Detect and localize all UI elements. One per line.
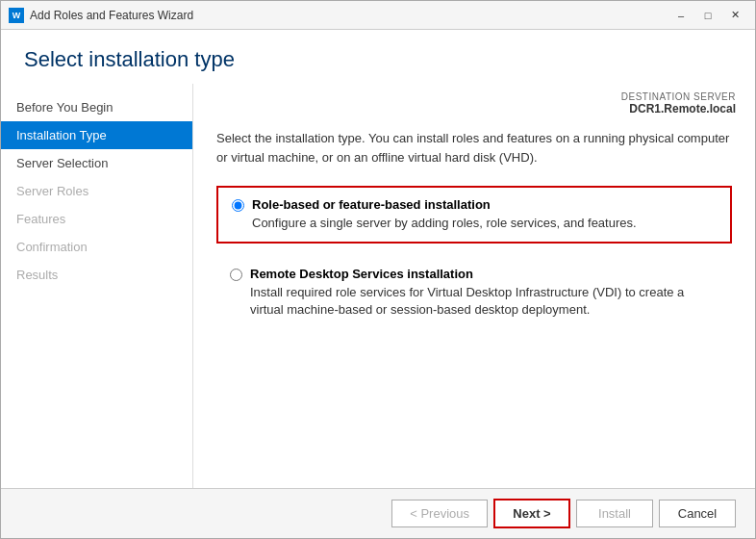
minimize-button[interactable]: – xyxy=(668,6,693,25)
description-text: Select the installation type. You can in… xyxy=(216,129,732,167)
role-based-option-box: Role-based or feature-based installation… xyxy=(216,186,732,244)
footer: < Previous Next > Install Cancel xyxy=(1,488,755,538)
sidebar-item-before-you-begin[interactable]: Before You Begin xyxy=(1,93,192,121)
destination-server-label: DESTINATION SERVER xyxy=(213,91,736,102)
title-bar: W Add Roles and Features Wizard – □ ✕ xyxy=(1,1,755,30)
destination-server-info: DESTINATION SERVER DCR1.Remote.local xyxy=(193,84,755,119)
remote-desktop-option-row: Remote Desktop Services installation Ins… xyxy=(230,267,718,319)
sidebar-item-server-roles: Server Roles xyxy=(1,177,192,205)
main-layout: Before You Begin Installation Type Serve… xyxy=(1,84,755,488)
page-title: Select installation type xyxy=(24,47,732,72)
role-based-option-row: Role-based or feature-based installation… xyxy=(232,197,717,232)
remote-desktop-label[interactable]: Remote Desktop Services installation xyxy=(250,267,473,281)
remote-desktop-option-box: Remote Desktop Services installation Ins… xyxy=(216,257,732,328)
cancel-button[interactable]: Cancel xyxy=(659,500,736,527)
server-name: DCR1.Remote.local xyxy=(629,102,736,116)
role-based-label[interactable]: Role-based or feature-based installation xyxy=(252,197,491,212)
next-button[interactable]: Next > xyxy=(493,499,570,528)
page-header: Select installation type xyxy=(1,30,755,84)
role-based-desc: Configure a single server by adding role… xyxy=(252,215,637,232)
maximize-button[interactable]: □ xyxy=(695,6,720,25)
panel-content: Select the installation type. You can in… xyxy=(193,119,755,488)
remote-desktop-content: Remote Desktop Services installation Ins… xyxy=(250,267,718,319)
remote-desktop-radio[interactable] xyxy=(230,269,242,281)
install-button: Install xyxy=(576,500,653,527)
sidebar-item-installation-type[interactable]: Installation Type xyxy=(1,121,192,149)
right-panel: DESTINATION SERVER DCR1.Remote.local Sel… xyxy=(193,84,755,488)
sidebar: Before You Begin Installation Type Serve… xyxy=(1,84,193,488)
sidebar-item-features: Features xyxy=(1,205,192,233)
sidebar-item-server-selection[interactable]: Server Selection xyxy=(1,149,192,177)
sidebar-item-confirmation: Confirmation xyxy=(1,233,192,261)
window-controls: – □ ✕ xyxy=(668,6,747,25)
sidebar-item-results: Results xyxy=(1,261,192,289)
remote-desktop-desc: Install required role services for Virtu… xyxy=(250,284,718,319)
window-title: Add Roles and Features Wizard xyxy=(30,9,668,22)
previous-button[interactable]: < Previous xyxy=(391,500,488,527)
role-based-radio[interactable] xyxy=(232,199,244,212)
main-window: W Add Roles and Features Wizard – □ ✕ Se… xyxy=(0,0,756,539)
app-icon: W xyxy=(9,8,24,23)
close-button[interactable]: ✕ xyxy=(722,6,747,25)
role-based-content: Role-based or feature-based installation… xyxy=(252,197,637,232)
